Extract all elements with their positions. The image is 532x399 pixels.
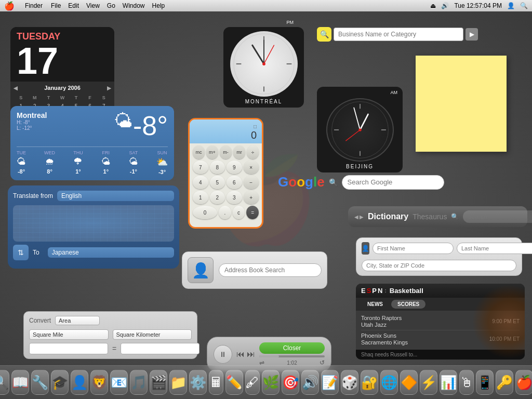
from-language-select[interactable]: English French Spanish German Chinese Ja… xyxy=(57,191,174,201)
cal-next-button[interactable]: ▶ xyxy=(107,85,111,91)
play-pause-button[interactable]: ⏸ xyxy=(214,345,232,364)
calc-mminus-button[interactable]: m- xyxy=(220,145,232,159)
espn-e: E xyxy=(361,287,366,295)
calc-mr-button[interactable]: mr xyxy=(233,145,245,159)
dict-prev-button[interactable]: ◀ xyxy=(354,214,358,220)
ab2-lastname-input[interactable] xyxy=(457,243,532,254)
dock-item-calc[interactable]: 🖩 xyxy=(209,370,223,395)
go-menu[interactable]: Go xyxy=(107,2,115,9)
dock-item-music[interactable]: 🎵 xyxy=(130,370,148,395)
svg-line-14 xyxy=(360,114,368,130)
dock-item-settings[interactable]: ⚙️ xyxy=(189,370,207,395)
dock-item-browser[interactable]: 🦁 xyxy=(90,370,108,395)
dock-item-lock[interactable]: 🔐 xyxy=(361,370,378,395)
google-search-input[interactable] xyxy=(342,175,444,190)
spotlight-icon[interactable]: 🔍 xyxy=(520,2,528,9)
calc-plus-button[interactable]: + xyxy=(244,191,259,204)
dock-item-chart[interactable]: 📊 xyxy=(440,370,457,395)
help-menu[interactable]: Help xyxy=(152,2,165,9)
prev-track-button[interactable]: ⏮ xyxy=(236,350,245,359)
montreal-clock-face xyxy=(230,31,298,97)
file-menu[interactable]: File xyxy=(51,2,61,9)
dock-item-tools[interactable]: 🔧 xyxy=(31,370,49,395)
calc-mplus-button[interactable]: m+ xyxy=(206,145,218,159)
apple-menu[interactable]: 🍎 xyxy=(4,1,15,11)
calc-buttons: mc m+ m- mr ÷ 7 8 9 × 4 5 6 − 1 2 3 xyxy=(190,143,262,223)
espn-scores-tab[interactable]: SCORES xyxy=(391,300,425,309)
calc-equals-button[interactable]: = xyxy=(246,206,259,219)
dock-item-grad[interactable]: 🎓 xyxy=(51,370,69,395)
dock-item-dice[interactable]: 🎲 xyxy=(341,370,358,395)
dock-item-dart[interactable]: 🎯 xyxy=(282,370,299,395)
converter-from-value[interactable] xyxy=(29,343,108,354)
from-unit-select[interactable]: Square Mile Square Kilometer Square Mete… xyxy=(29,329,109,340)
edit-menu[interactable]: Edit xyxy=(68,2,79,9)
dock-item-cursor[interactable]: 🖱 xyxy=(459,370,474,395)
view-menu[interactable]: View xyxy=(86,2,100,9)
ab2-city-input[interactable] xyxy=(362,260,516,271)
calc-5-button[interactable]: 5 xyxy=(210,176,225,189)
yellowpages-search-button[interactable]: ▶ xyxy=(466,28,478,41)
dock-item-video[interactable]: 🎬 xyxy=(150,370,167,395)
converter-to-value[interactable] xyxy=(121,343,200,354)
dock-item-mail[interactable]: 📧 xyxy=(110,370,128,395)
calc-multiply-button[interactable]: × xyxy=(244,161,259,174)
dock-item-pen[interactable]: 🖋 xyxy=(245,370,260,395)
dock-item-audio[interactable]: 🔊 xyxy=(301,370,319,395)
calc-1-button[interactable]: 1 xyxy=(193,191,208,204)
dock-item-key[interactable]: 🔑 xyxy=(496,370,513,395)
calc-clear-button[interactable]: c xyxy=(233,206,245,219)
dock-item-lightning[interactable]: ⚡ xyxy=(420,370,437,395)
dock-item-book[interactable]: 📖 xyxy=(11,370,29,395)
dock-item-user[interactable]: 👤 xyxy=(71,370,88,395)
track-progress-bar[interactable] xyxy=(259,355,325,357)
dict-next-button[interactable]: ▶ xyxy=(360,214,364,220)
converter-type-select[interactable]: Area Length Volume Temperature Speed xyxy=(55,316,100,325)
sticky-note[interactable] xyxy=(416,56,507,152)
thesaurus-label[interactable]: Thesaurus xyxy=(413,212,447,221)
calc-9-button[interactable]: 9 xyxy=(227,161,242,174)
finder-menu[interactable]: Finder xyxy=(25,2,43,9)
to-unit-select[interactable]: Square Kilometer Square Mile Square Mete… xyxy=(113,329,192,340)
calc-2-button[interactable]: 2 xyxy=(210,191,225,204)
calc-minus-button[interactable]: − xyxy=(244,176,259,189)
dictionary-label[interactable]: Dictionary xyxy=(368,212,408,221)
cal-prev-button[interactable]: ◀ xyxy=(14,85,18,91)
calc-divide-button[interactable]: ÷ xyxy=(247,145,259,159)
beijing-clock-label: BEIJING xyxy=(346,164,374,169)
window-menu[interactable]: Window xyxy=(123,2,145,9)
translator-input-area[interactable] xyxy=(13,205,174,242)
calc-8-button[interactable]: 8 xyxy=(210,161,225,174)
track-fill xyxy=(259,355,279,357)
to-language-select[interactable]: Japanese English French Spanish German C… xyxy=(48,247,174,258)
forecast-day-2: THU 🌩 1° xyxy=(73,150,83,175)
dock-item-phone[interactable]: 📱 xyxy=(476,370,494,395)
swap-languages-button[interactable]: ⇅ xyxy=(13,245,29,260)
dock-item-flash[interactable]: 🔶 xyxy=(400,370,418,395)
calc-decimal-button[interactable]: . xyxy=(219,206,231,219)
espn-news-tab[interactable]: NEWS xyxy=(361,300,389,309)
cal-day-number: 17 xyxy=(17,42,108,79)
dictionary-search-input[interactable] xyxy=(463,210,532,223)
translator-globe xyxy=(13,205,174,242)
dock-item-apple[interactable]: 🍎 xyxy=(515,370,532,395)
addressbook-search-input[interactable] xyxy=(219,263,322,277)
ab2-firstname-input[interactable] xyxy=(373,243,454,254)
calc-3-button[interactable]: 3 xyxy=(227,191,242,204)
calc-0-button[interactable]: 0 xyxy=(193,206,217,219)
yellowpages-search-input[interactable] xyxy=(334,28,463,41)
dock-item-pencil[interactable]: ✏️ xyxy=(225,370,243,395)
dock-item-folder[interactable]: 📁 xyxy=(169,370,187,395)
dock-item-nature[interactable]: 🌿 xyxy=(262,370,280,395)
calc-4-button[interactable]: 4 xyxy=(193,176,208,189)
calc-7-button[interactable]: 7 xyxy=(193,161,208,174)
calc-mc-button[interactable]: mc xyxy=(193,145,205,159)
cal-weekday-s2: S xyxy=(97,94,110,101)
dock-item-globe[interactable]: 🌐 xyxy=(380,370,398,395)
forecast-temp-2: 1° xyxy=(73,168,83,175)
dock-item-note[interactable]: 📝 xyxy=(321,370,339,395)
calc-6-button[interactable]: 6 xyxy=(227,176,242,189)
track-name-button[interactable]: Closer xyxy=(259,342,325,354)
dock-item-finder[interactable]: 🔍 xyxy=(0,370,9,395)
next-track-button[interactable]: ⏭ xyxy=(247,350,255,359)
